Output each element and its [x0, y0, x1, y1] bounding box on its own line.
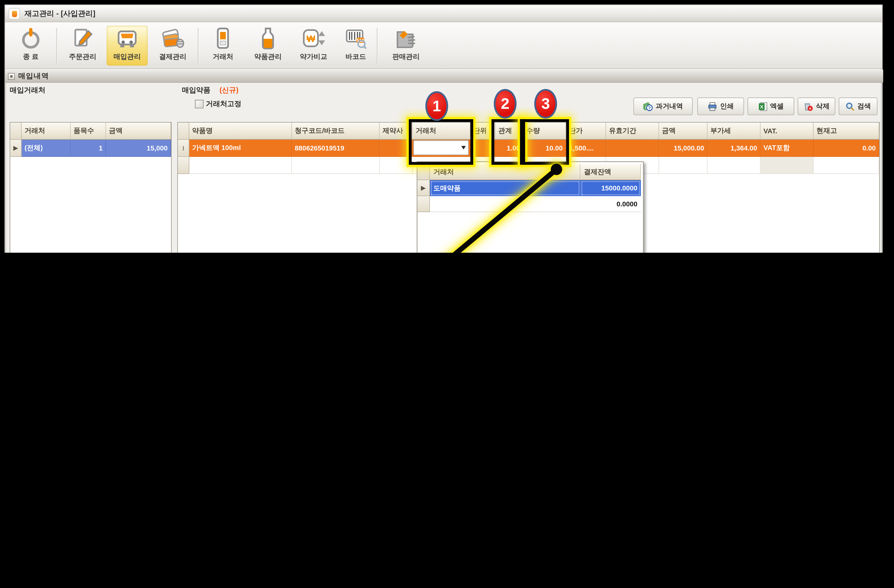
cell-maker[interactable] — [380, 140, 413, 157]
col-header-unit[interactable]: 단위 — [470, 122, 495, 140]
cell-item-count[interactable]: 1 — [71, 140, 106, 157]
search-icon — [845, 102, 854, 111]
toolbar-separator — [377, 28, 378, 63]
dropdown-col-partner[interactable]: 거래처 — [430, 164, 580, 180]
toolbar-order-management[interactable]: 주문관리 — [62, 26, 103, 66]
toolbar-purchase-management[interactable]: 매입관리 — [107, 26, 148, 66]
cell-stock[interactable]: 0.00 — [814, 140, 879, 157]
col-header-vat-amount[interactable]: 부가세 — [708, 122, 760, 140]
drug-label: 매입약품 — [182, 86, 210, 95]
drug-table-header-row: 약품명 청구코드/바코드 제약사 거래처 단위 관계 수량 단가 유효기간 금액… — [178, 122, 879, 140]
title-bar: 재고관리 - [사입관리] — [5, 5, 882, 22]
app-icon — [9, 8, 20, 19]
col-header-expiry[interactable]: 유효기간 — [606, 122, 659, 140]
header-selector-cell — [10, 122, 22, 140]
callout-2: 2 — [494, 89, 516, 119]
toolbar-drug-management[interactable]: 약품관리 — [247, 26, 289, 66]
partner-cell-combobox[interactable] — [414, 140, 469, 155]
toolbar-exit[interactable]: 종 료 — [12, 26, 50, 66]
dropdown-cell-partner[interactable] — [430, 196, 580, 212]
fix-partner-label: 거래처고정 — [206, 99, 242, 109]
delete-icon: × — [803, 102, 813, 111]
barcode-icon: 512 — [344, 26, 368, 51]
app-window: 재고관리 - [사입관리] 종 료 주문관리 매입관리 결제관리 — [5, 5, 883, 253]
toolbar-partners[interactable]: 거래처 — [204, 26, 242, 66]
col-header-amount[interactable]: 금액 — [106, 122, 171, 140]
history-icon: ? — [643, 102, 653, 111]
sales-folder-icon — [394, 26, 418, 51]
dropdown-header-row: 거래처 결제잔액 — [417, 164, 643, 180]
dropdown-cell-partner[interactable]: 도매약품 — [430, 180, 580, 196]
svg-text:×: × — [809, 106, 812, 111]
dropdown-cell-balance[interactable]: 15000.0000 — [580, 180, 641, 196]
search-button[interactable]: 검색 — [839, 98, 877, 115]
svg-text:?: ? — [648, 105, 651, 110]
col-header-stock[interactable]: 현재고 — [814, 122, 879, 140]
window-title: 재고관리 - [사입관리] — [24, 8, 95, 19]
col-header-relation[interactable]: 관계 — [495, 122, 524, 140]
toolbar-barcode[interactable]: 512 바코드 — [338, 26, 373, 66]
toolbar-price-compare[interactable]: ₩ 약가비교 — [293, 26, 335, 66]
section-collapse-icon[interactable] — [8, 73, 15, 80]
toolbar-separator — [56, 28, 57, 63]
supplier-label: 매입거래처 — [10, 86, 45, 95]
purchase-section-header: 매입내역 — [5, 70, 883, 83]
cell-amount[interactable]: 15,000 — [106, 140, 171, 157]
fix-partner-checkbox[interactable] — [195, 100, 204, 108]
cell-drug-name[interactable]: 가넥트액 100ml — [189, 140, 292, 157]
col-header-maker[interactable]: 제약사 — [380, 122, 413, 140]
excel-icon: X — [758, 102, 767, 111]
cell-expiry[interactable] — [606, 140, 659, 157]
cell-claim-code[interactable]: 8806265019519 — [292, 140, 380, 157]
print-button[interactable]: 인쇄 — [697, 98, 744, 115]
callout-1: 1 — [426, 91, 448, 121]
partner-summary-table: 거래처 품목수 금액 ▶ (전체) 1 15,000 — [10, 122, 172, 253]
dropdown-row-selected[interactable]: ▶ 도매약품 15000.0000 — [417, 180, 643, 196]
dropdown-col-balance[interactable]: 결제잔액 — [580, 164, 641, 180]
cell-vat-type[interactable]: VAT포함 — [761, 140, 814, 157]
col-header-item-count[interactable]: 품목수 — [71, 122, 106, 140]
col-header-partner[interactable]: 거래처 — [413, 122, 470, 140]
col-header-unit-price[interactable]: 단가 — [566, 122, 606, 140]
cell-unit[interactable] — [470, 140, 495, 157]
cell-unit-price[interactable]: 1,500.... — [566, 140, 606, 157]
svg-text:X: X — [760, 104, 763, 109]
col-header-drug-name[interactable]: 약품명 — [189, 122, 292, 140]
partner-table-row[interactable]: ▶ (전체) 1 15,000 — [10, 140, 171, 157]
main-toolbar: 종 료 주문관리 매입관리 결제관리 거래처 — [5, 22, 882, 69]
callout-3: 3 — [534, 89, 557, 119]
drug-table-row[interactable]: I 가넥트액 100ml 8806265019519 1.00 10.00 1,… — [178, 140, 879, 157]
delete-button[interactable]: × 삭제 — [798, 98, 835, 115]
power-icon — [19, 26, 43, 51]
partner-phone-icon — [211, 26, 235, 51]
print-icon — [708, 102, 717, 111]
partner-dropdown-popup: 거래처 결제잔액 ▶ 도매약품 15000.0000 0.0000 — [417, 161, 644, 253]
cell-vat-amount[interactable]: 1,364.00 — [708, 140, 760, 157]
fix-partner-checkbox-row[interactable]: 거래처고정 — [195, 99, 242, 109]
chevron-down-icon — [461, 146, 466, 150]
col-header-partner[interactable]: 거래처 — [21, 122, 71, 140]
row-edit-indicator: I — [178, 140, 189, 157]
partner-table-header-row: 거래처 품목수 금액 — [10, 122, 171, 140]
toolbar-payment-management[interactable]: 결제관리 — [151, 26, 195, 66]
toolbar-sales-management[interactable]: 판매관리 — [384, 26, 428, 66]
excel-button[interactable]: X 엑셀 — [748, 98, 794, 115]
history-button[interactable]: ? 과거내역 — [633, 98, 693, 115]
order-note-icon — [71, 26, 95, 51]
payment-cards-icon — [161, 26, 185, 51]
purchase-section-title: 매입내역 — [18, 71, 49, 81]
dropdown-cell-balance[interactable]: 0.0000 — [580, 196, 641, 212]
cell-partner[interactable]: (전체) — [21, 140, 71, 157]
col-header-vat-type[interactable]: VAT. — [761, 122, 814, 140]
cell-relation[interactable]: 1.00 — [495, 140, 524, 157]
purchase-truck-icon — [115, 26, 139, 51]
cell-qty[interactable]: 10.00 — [524, 140, 566, 157]
screenshot-stage: 재고관리 - [사입관리] 종 료 주문관리 매입관리 결제관리 — [0, 0, 894, 253]
dropdown-row[interactable]: 0.0000 — [417, 196, 643, 212]
cell-amount[interactable]: 15,000.00 — [659, 140, 708, 157]
col-header-amount[interactable]: 금액 — [659, 122, 708, 140]
col-header-claim-code[interactable]: 청구코드/바코드 — [292, 122, 380, 140]
drug-bottle-icon — [256, 26, 280, 51]
toolbar-separator — [198, 28, 198, 63]
col-header-qty[interactable]: 수량 — [524, 122, 566, 140]
